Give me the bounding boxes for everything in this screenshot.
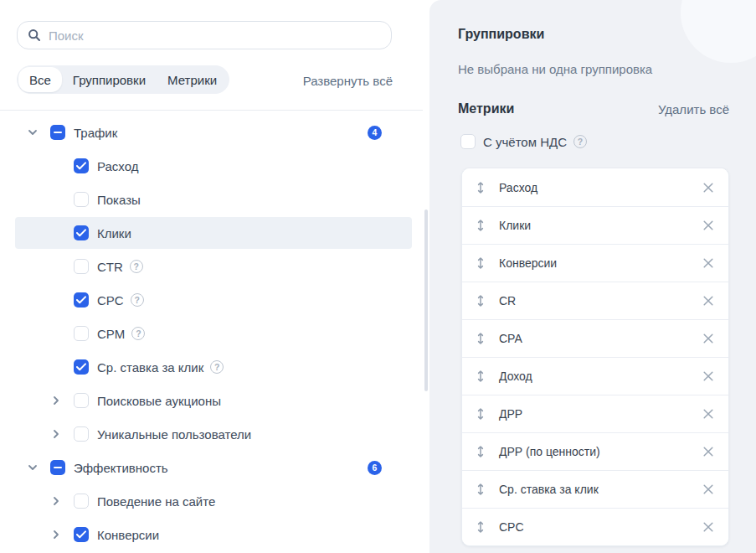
selected-metric-row[interactable]: CPA bbox=[462, 319, 728, 357]
filter-tabs: Все Группировки Метрики bbox=[17, 65, 229, 94]
vat-checkbox[interactable] bbox=[460, 134, 476, 149]
question-mark-icon[interactable] bbox=[131, 327, 145, 340]
drag-handle-icon[interactable] bbox=[476, 445, 485, 458]
tree-checkbox[interactable] bbox=[74, 326, 89, 341]
question-mark-icon[interactable] bbox=[131, 293, 144, 307]
tree-row[interactable]: Поисковые аукционы bbox=[0, 384, 428, 417]
tree-item-label: Поведение на сайте bbox=[97, 494, 215, 509]
search-box bbox=[17, 21, 392, 49]
expand-all-link[interactable]: Развернуть всё bbox=[303, 74, 393, 88]
tree-row[interactable]: Расход bbox=[0, 149, 428, 183]
question-mark-icon[interactable] bbox=[210, 360, 224, 374]
tree-row[interactable]: Показы bbox=[0, 183, 428, 216]
remove-metric-icon[interactable] bbox=[701, 331, 716, 346]
tree-item-label: Трафик bbox=[74, 126, 117, 140]
remove-metric-icon[interactable] bbox=[701, 180, 716, 195]
tree-item-label: Расход bbox=[97, 159, 138, 173]
drag-handle-icon[interactable] bbox=[476, 483, 485, 496]
tree-checkbox[interactable] bbox=[50, 125, 65, 140]
drag-handle-icon[interactable] bbox=[476, 219, 485, 232]
groupings-title: Группировки bbox=[458, 27, 544, 42]
tree-checkbox[interactable] bbox=[74, 494, 89, 509]
selected-metric-row[interactable]: ДРР bbox=[462, 395, 728, 432]
selected-metrics-list: Расход Клики Конверсии bbox=[461, 168, 729, 546]
selected-metric-row[interactable]: Конверсии bbox=[462, 244, 728, 282]
tree-row[interactable]: Конверсии bbox=[0, 518, 428, 551]
drag-handle-icon[interactable] bbox=[476, 370, 485, 383]
tree-checkbox[interactable] bbox=[74, 292, 89, 308]
selected-metric-row[interactable]: CR bbox=[462, 282, 728, 319]
remove-metric-icon[interactable] bbox=[701, 293, 716, 308]
metric-label: CR bbox=[499, 294, 701, 308]
tree-item-label: Показы bbox=[97, 193, 141, 207]
selected-metric-row[interactable]: Ср. ставка за клик bbox=[462, 470, 728, 508]
drag-handle-icon[interactable] bbox=[476, 181, 485, 194]
tree-item-label: Эффективность bbox=[74, 461, 168, 475]
tree-row[interactable]: CPC bbox=[0, 283, 428, 317]
question-mark-icon[interactable] bbox=[573, 135, 587, 148]
decorative-circle bbox=[681, 0, 756, 63]
remove-metric-icon[interactable] bbox=[701, 444, 716, 459]
vat-label: С учётом НДС bbox=[483, 135, 567, 149]
drag-handle-icon[interactable] bbox=[476, 332, 485, 345]
metric-label: ДРР (по ценности) bbox=[499, 445, 701, 458]
search-icon bbox=[28, 28, 41, 42]
tree-checkbox[interactable] bbox=[74, 393, 89, 408]
chevron-icon[interactable] bbox=[50, 395, 62, 406]
tree-row[interactable]: CTR bbox=[0, 250, 428, 283]
tree-row[interactable]: Эффективность 6 bbox=[0, 451, 428, 484]
question-mark-icon[interactable] bbox=[130, 260, 143, 273]
selected-metric-row[interactable]: CPC bbox=[462, 508, 728, 545]
search-input[interactable] bbox=[49, 28, 381, 43]
remove-metric-icon[interactable] bbox=[701, 256, 716, 271]
report-settings-screen: Все Группировки Метрики Развернуть всё Т… bbox=[0, 0, 756, 553]
tab-groupings[interactable]: Группировки bbox=[62, 67, 157, 92]
metric-label: Клики bbox=[499, 219, 701, 232]
metric-label: ДРР bbox=[499, 407, 701, 421]
scrollbar-thumb[interactable] bbox=[424, 209, 428, 391]
tree-checkbox[interactable] bbox=[74, 426, 89, 442]
tree-row[interactable]: Поведение на сайте bbox=[0, 484, 428, 518]
vat-checkbox-row[interactable]: С учётом НДС bbox=[460, 134, 587, 149]
tree-checkbox[interactable] bbox=[74, 527, 89, 542]
chevron-icon[interactable] bbox=[50, 428, 62, 440]
drag-handle-icon[interactable] bbox=[476, 407, 485, 421]
tree-row[interactable]: Трафик 4 bbox=[0, 116, 428, 149]
metric-label: CPC bbox=[499, 520, 701, 534]
drag-handle-icon[interactable] bbox=[476, 294, 485, 308]
tree-checkbox[interactable] bbox=[74, 158, 89, 173]
selected-metric-row[interactable]: Расход bbox=[462, 168, 728, 206]
tree-row[interactable]: CPM bbox=[0, 317, 428, 350]
metrics-tree: Трафик 4 Расход Показ bbox=[0, 116, 428, 551]
selected-metric-row[interactable]: ДРР (по ценности) bbox=[462, 432, 728, 470]
chevron-icon[interactable] bbox=[27, 127, 39, 138]
tree-row[interactable]: Уникальные пользователи bbox=[0, 417, 428, 451]
metric-label: CPA bbox=[499, 332, 701, 345]
drag-handle-icon[interactable] bbox=[476, 256, 485, 270]
metric-label: Доход bbox=[499, 370, 701, 383]
remove-metric-icon[interactable] bbox=[701, 519, 716, 535]
tab-metrics[interactable]: Метрики bbox=[157, 67, 228, 92]
selected-metric-row[interactable]: Клики bbox=[462, 206, 728, 244]
tree-checkbox[interactable] bbox=[74, 225, 89, 240]
remove-metric-icon[interactable] bbox=[701, 218, 716, 233]
tab-all[interactable]: Все bbox=[18, 67, 62, 92]
remove-metric-icon[interactable] bbox=[701, 369, 716, 384]
remove-all-link[interactable]: Удалить всё bbox=[658, 102, 729, 116]
tree-checkbox[interactable] bbox=[74, 259, 89, 274]
tree-checkbox[interactable] bbox=[74, 359, 89, 375]
metric-label: Ср. ставка за клик bbox=[499, 483, 701, 496]
remove-metric-icon[interactable] bbox=[701, 406, 716, 421]
tree-row[interactable]: Ср. ставка за клик bbox=[0, 350, 428, 384]
tree-checkbox[interactable] bbox=[50, 460, 65, 475]
chevron-icon[interactable] bbox=[50, 529, 62, 540]
chevron-icon[interactable] bbox=[27, 462, 39, 473]
drag-handle-icon[interactable] bbox=[476, 520, 485, 534]
tree-row[interactable]: Клики bbox=[0, 216, 428, 250]
groupings-empty-text: Не выбрана ни одна группировка bbox=[458, 62, 652, 76]
remove-metric-icon[interactable] bbox=[701, 482, 716, 497]
selected-items-panel: Группировки Не выбрана ни одна группиров… bbox=[429, 0, 756, 553]
selected-metric-row[interactable]: Доход bbox=[462, 357, 728, 395]
tree-checkbox[interactable] bbox=[74, 192, 89, 207]
chevron-icon[interactable] bbox=[50, 495, 62, 507]
